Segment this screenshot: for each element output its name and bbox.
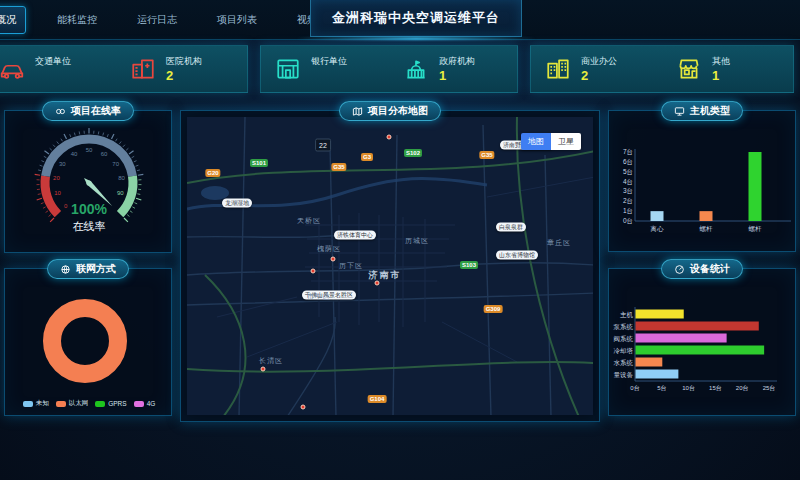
- project-dot-marker[interactable]: [301, 405, 306, 410]
- road-shield-label: G35: [479, 151, 494, 159]
- project-dot-marker[interactable]: [311, 269, 316, 274]
- svg-text:螺杆: 螺杆: [700, 225, 714, 232]
- legend-label: GPRS: [108, 400, 126, 407]
- stat-label: 交通单位: [35, 55, 71, 68]
- donut-slice: [52, 308, 118, 374]
- online-rate-title: 项目在线率: [71, 104, 121, 118]
- project-dot-marker[interactable]: [331, 257, 336, 262]
- svg-text:80: 80: [118, 175, 125, 181]
- bank-icon: [275, 56, 301, 82]
- map-roads: [187, 117, 593, 415]
- svg-text:50: 50: [86, 147, 93, 153]
- nav-bar: 概况能耗监控运行日志项目列表视频监控 金洲科瑞中央空调运维平台: [0, 0, 800, 40]
- road-shield-label: S102: [404, 149, 422, 157]
- legend-swatch: [95, 401, 105, 407]
- app-title-bar: 金洲科瑞中央空调运维平台: [310, 0, 522, 37]
- svg-text:7台: 7台: [623, 148, 633, 156]
- hospital-icon: [130, 56, 156, 82]
- poi-marker[interactable]: 龙湖湿地: [222, 199, 252, 208]
- stat-value: [35, 69, 71, 83]
- svg-text:水系统: 水系统: [614, 359, 634, 367]
- stat-label: 医院机构: [166, 55, 202, 68]
- bar: [636, 358, 663, 367]
- network-mode-header: 联网方式: [47, 259, 129, 279]
- host-type-chart: 0台1台2台3台4台5台6台7台离心螺杆螺杆: [609, 111, 795, 251]
- svg-text:15台: 15台: [709, 385, 722, 392]
- svg-text:25台: 25台: [763, 385, 776, 392]
- stat-card: 交通单位医院机构2: [0, 45, 248, 93]
- car-icon: [0, 56, 25, 82]
- device-stats-title: 设备统计: [690, 262, 730, 276]
- nav-tab[interactable]: 能耗监控: [48, 7, 106, 33]
- svg-text:6台: 6台: [623, 158, 633, 166]
- network-legend: 未知以太网GPRS4G: [5, 399, 173, 408]
- legend-item[interactable]: GPRS: [95, 399, 126, 408]
- road-shield-label: G104: [368, 395, 387, 403]
- online-rate-header: 项目在线率: [42, 101, 134, 121]
- government-icon: [403, 56, 429, 82]
- road-shield-label: G309: [484, 305, 503, 313]
- gauge-segment: [46, 139, 133, 176]
- nav-tab[interactable]: 运行日志: [128, 7, 186, 33]
- device-stats-chart: 主机泵系统阀系统冷却塔水系统量设备0台5台10台15台20台25台: [609, 269, 795, 415]
- legend-label: 未知: [36, 399, 49, 408]
- svg-text:5台: 5台: [623, 168, 633, 176]
- legend-item[interactable]: 4G: [134, 399, 156, 408]
- stat-item: 商业办公2: [531, 46, 662, 92]
- legend-item[interactable]: 未知: [23, 399, 49, 408]
- poi-marker[interactable]: 白泉泉群: [496, 223, 526, 232]
- panel-host-type: 主机类型 0台1台2台3台4台5台6台7台离心螺杆螺杆: [608, 110, 796, 252]
- project-map-title: 项目分布地图: [368, 104, 428, 118]
- project-dot-marker[interactable]: [387, 135, 392, 140]
- network-mode-title: 联网方式: [76, 262, 116, 276]
- district-label: 槐荫区: [317, 244, 341, 254]
- svg-text:1台: 1台: [623, 207, 633, 215]
- district-label: 天桥区: [297, 216, 321, 226]
- map-mode-satellite-button[interactable]: 卫星: [551, 133, 581, 150]
- legend-label: 4G: [147, 400, 156, 407]
- stat-value: 1: [439, 69, 475, 83]
- panel-network-mode: 联网方式 未知以太网GPRS4G: [4, 268, 172, 416]
- svg-text:泵系统: 泵系统: [613, 323, 634, 331]
- svg-text:4台: 4台: [623, 178, 633, 186]
- project-dot-marker[interactable]: [261, 367, 266, 372]
- bar: [700, 211, 713, 221]
- stat-item: 交通单位: [0, 46, 116, 92]
- panel-project-map: 项目分布地图: [180, 110, 600, 422]
- host-type-header: 主机类型: [661, 101, 743, 121]
- svg-text:主机: 主机: [620, 311, 634, 318]
- map-mode-toggle: 地图 卫星: [521, 133, 581, 150]
- legend-swatch: [134, 401, 144, 407]
- globe-icon: [60, 264, 71, 275]
- stat-cards-row: 交通单位医院机构2银行单位政府机构1商业办公2其他1: [0, 45, 800, 93]
- map-mode-map-button[interactable]: 地图: [521, 133, 551, 150]
- svg-text:2台: 2台: [623, 197, 633, 205]
- stat-value: 2: [166, 69, 202, 83]
- stat-item: 政府机构1: [389, 46, 517, 92]
- cluster-badge[interactable]: 22: [315, 139, 331, 152]
- map-canvas[interactable]: G20G35G3G35G309G104S101S102S244S103龙湖湿地济…: [187, 117, 593, 415]
- city-label: 济南市: [369, 269, 402, 282]
- nav-tab[interactable]: 概况: [0, 6, 26, 34]
- project-map-header: 项目分布地图: [339, 101, 441, 121]
- svg-text:30: 30: [59, 161, 66, 167]
- poi-marker[interactable]: 山东省博物馆: [496, 251, 538, 260]
- svg-text:20台: 20台: [736, 385, 749, 392]
- monitor-icon: [674, 106, 685, 117]
- panel-online-rate: 项目在线率 0102030405060708090 100% 在线率: [4, 110, 172, 253]
- project-dot-marker[interactable]: [375, 281, 380, 286]
- nav-tab[interactable]: 项目列表: [208, 7, 266, 33]
- svg-text:40: 40: [71, 151, 78, 157]
- poi-marker[interactable]: 济铁体育中心: [334, 231, 376, 240]
- svg-text:量设备: 量设备: [614, 371, 634, 379]
- svg-text:螺杆: 螺杆: [749, 225, 763, 232]
- svg-text:10: 10: [54, 190, 61, 196]
- district-label: 市中区: [307, 292, 331, 302]
- stat-label: 商业办公: [581, 55, 617, 68]
- svg-text:阀系统: 阀系统: [614, 335, 634, 343]
- legend-item[interactable]: 以太网: [56, 399, 89, 408]
- link-icon: [55, 106, 66, 117]
- bar: [636, 334, 727, 343]
- legend-label: 以太网: [69, 399, 89, 408]
- svg-text:冷却塔: 冷却塔: [614, 347, 634, 355]
